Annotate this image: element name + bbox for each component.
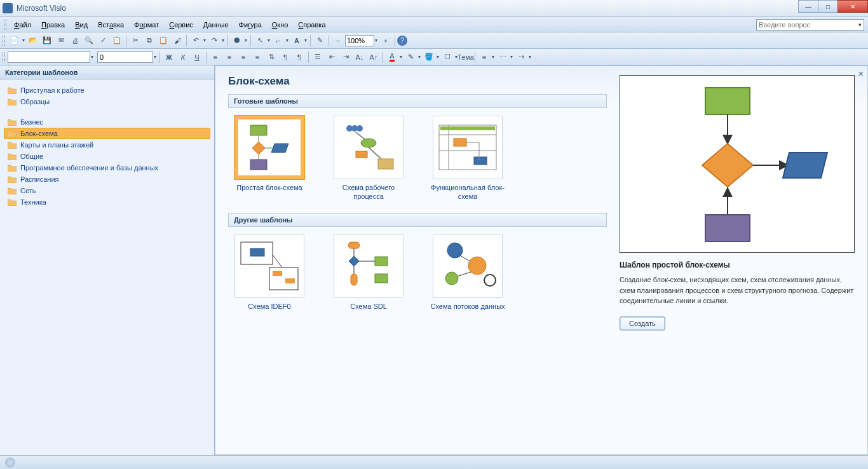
template-workflow[interactable]: Схема рабочего процесса — [327, 116, 410, 201]
template-sdl[interactable]: Схема SDL — [327, 234, 410, 311]
underline-button[interactable]: Ч — [190, 50, 204, 64]
align-justify-button[interactable]: ≡ — [250, 50, 264, 64]
category-flowchart[interactable]: Блок-схема — [4, 128, 210, 139]
menu-format[interactable]: Формат — [129, 20, 164, 30]
indent-decrease-button[interactable]: ¶ — [278, 50, 292, 64]
toolbar-grip-2[interactable] — [3, 52, 5, 62]
font-color-button[interactable]: A — [385, 50, 399, 64]
indent-increase-button[interactable]: ¶ — [292, 50, 306, 64]
fill-color-dropdown-icon[interactable]: ▾ — [436, 54, 440, 60]
font-color-dropdown-icon[interactable]: ▾ — [399, 54, 403, 60]
ask-dropdown-icon[interactable]: ▾ — [858, 22, 862, 28]
menu-tools[interactable]: Сервис — [164, 20, 198, 30]
ink-button[interactable]: ✎ — [313, 34, 327, 48]
category-samples[interactable]: Образцы — [4, 96, 210, 107]
category-business[interactable]: Бизнес — [4, 116, 210, 128]
paste-button[interactable]: 📋 — [156, 34, 170, 48]
category-getting-started[interactable]: Приступая к работе — [4, 85, 210, 96]
copy-button[interactable]: ⧉ — [142, 34, 156, 48]
distribute-button[interactable]: ⇅ — [264, 50, 278, 64]
new-dropdown-icon[interactable]: ▾ — [22, 37, 26, 43]
line-pattern-button[interactable]: ⋯ — [496, 50, 510, 64]
ask-question-box[interactable]: ▾ — [756, 19, 864, 31]
fill-color-button[interactable]: 🪣 — [422, 50, 436, 64]
align-right-button[interactable]: ≡ — [236, 50, 250, 64]
menu-file[interactable]: Файл — [9, 20, 36, 30]
theme-button[interactable]: Тема — [459, 50, 473, 64]
line-ends-dropdown-icon[interactable]: ▾ — [528, 54, 532, 60]
font-size-box[interactable] — [97, 51, 153, 63]
line-color-dropdown-icon[interactable]: ▾ — [417, 54, 422, 60]
line-weight-dropdown-icon[interactable]: ▾ — [491, 54, 496, 60]
menu-shape[interactable]: Фигура — [234, 20, 267, 30]
align-center-button[interactable]: ≡ — [222, 50, 236, 64]
line-pattern-dropdown-icon[interactable]: ▾ — [510, 54, 514, 60]
line-weight-button[interactable]: ≡ — [477, 50, 491, 64]
italic-button[interactable]: К — [176, 50, 190, 64]
line-color-button[interactable]: ✎ — [403, 50, 417, 64]
format-painter-button[interactable]: 🖌 — [170, 34, 184, 48]
close-button[interactable]: ✕ — [837, 0, 868, 13]
template-basic-flowchart[interactable]: Простая блок-схема — [228, 116, 311, 201]
category-software[interactable]: Программное обеспечение и базы данных — [4, 162, 210, 173]
shapes-button[interactable]: ⬢ — [230, 34, 244, 48]
pointer-dropdown-icon[interactable]: ▾ — [267, 37, 271, 43]
decrease-indent-button[interactable]: ⇤ — [325, 50, 339, 64]
decrease-size-button[interactable]: A↓ — [353, 50, 367, 64]
new-button[interactable]: 📄 — [8, 34, 22, 48]
shadow-button[interactable]: ☐ — [440, 50, 454, 64]
ask-question-input[interactable] — [759, 21, 858, 29]
mail-button[interactable]: ✉ — [54, 34, 68, 48]
line-ends-button[interactable]: ⇢ — [514, 50, 528, 64]
help-button[interactable]: ? — [397, 36, 407, 46]
bold-button[interactable]: Ж — [162, 50, 176, 64]
menu-edit[interactable]: Правка — [36, 20, 70, 30]
increase-size-button[interactable]: A↑ — [367, 50, 381, 64]
print-button[interactable]: 🖨 — [68, 34, 82, 48]
category-schedule[interactable]: Расписания — [4, 173, 210, 185]
preview-close-icon[interactable]: × — [858, 69, 864, 79]
pointer-tool-button[interactable]: ↖ — [253, 34, 267, 48]
bullets-button[interactable]: ☰ — [311, 50, 325, 64]
zoom-in-button[interactable]: + — [379, 34, 393, 48]
text-tool-button[interactable]: A — [290, 34, 304, 48]
font-name-dropdown-icon[interactable]: ▾ — [90, 54, 95, 60]
menubar-grip[interactable] — [4, 20, 6, 30]
shapes-dropdown-icon[interactable]: ▾ — [244, 37, 248, 43]
toolbar-grip-1[interactable] — [3, 36, 5, 46]
connector-dropdown-icon[interactable]: ▾ — [285, 37, 290, 43]
cut-button[interactable]: ✂ — [128, 34, 142, 48]
undo-button[interactable]: ↶ — [189, 34, 203, 48]
category-engineering[interactable]: Техника — [4, 196, 210, 208]
research-button[interactable]: 📋 — [110, 34, 124, 48]
align-left-button[interactable]: ≡ — [208, 50, 222, 64]
minimize-button[interactable]: — — [798, 0, 818, 13]
zoom-out-button[interactable]: − — [331, 34, 345, 48]
create-button[interactable]: Создать — [620, 316, 665, 330]
menu-insert[interactable]: Вставка — [93, 20, 129, 30]
template-idef0[interactable]: Схема IDEF0 — [228, 234, 311, 311]
redo-dropdown-icon[interactable]: ▾ — [221, 37, 226, 43]
increase-indent-button[interactable]: ⇥ — [339, 50, 353, 64]
zoom-dropdown-icon[interactable]: ▾ — [374, 37, 379, 43]
text-dropdown-icon[interactable]: ▾ — [304, 37, 308, 43]
template-data-flow[interactable]: Схема потоков данных — [426, 234, 509, 311]
print-preview-button[interactable]: 🔍 — [82, 34, 96, 48]
save-button[interactable]: 💾 — [40, 34, 54, 48]
font-name-box[interactable] — [8, 51, 90, 63]
menu-help[interactable]: Справка — [293, 20, 330, 30]
menu-window[interactable]: Окно — [267, 20, 294, 30]
maximize-button[interactable]: □ — [818, 0, 838, 13]
spellcheck-button[interactable]: ✓ — [96, 34, 110, 48]
zoom-box[interactable]: 100% — [345, 35, 374, 46]
undo-dropdown-icon[interactable]: ▾ — [203, 37, 207, 43]
redo-button[interactable]: ↷ — [207, 34, 221, 48]
open-button[interactable]: 📂 — [26, 34, 40, 48]
connector-tool-button[interactable]: ⌐ — [271, 34, 285, 48]
font-size-dropdown-icon[interactable]: ▾ — [153, 54, 158, 60]
menu-view[interactable]: Вид — [70, 20, 93, 30]
category-network[interactable]: Сеть — [4, 185, 210, 196]
menu-data[interactable]: Данные — [198, 20, 234, 30]
category-general[interactable]: Общие — [4, 151, 210, 162]
category-maps[interactable]: Карты и планы этажей — [4, 139, 210, 151]
